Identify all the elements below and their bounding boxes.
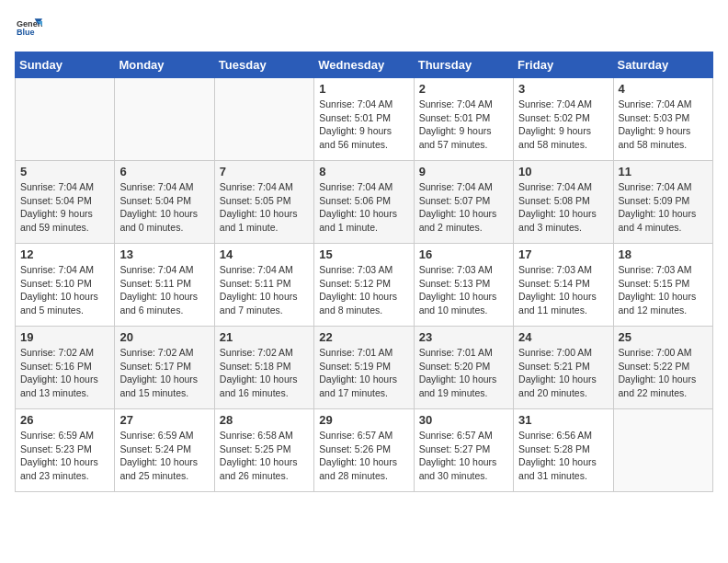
day-number: 26 bbox=[20, 413, 109, 427]
day-info: Sunrise: 7:02 AM Sunset: 5:17 PM Dayligh… bbox=[119, 346, 209, 400]
calendar-cell: 19Sunrise: 7:02 AM Sunset: 5:16 PM Dayli… bbox=[16, 327, 115, 409]
day-number: 17 bbox=[518, 247, 608, 261]
day-info: Sunrise: 7:03 AM Sunset: 5:15 PM Dayligh… bbox=[619, 263, 708, 317]
day-number: 27 bbox=[119, 413, 209, 427]
day-number: 20 bbox=[119, 330, 209, 344]
calendar-cell: 5Sunrise: 7:04 AM Sunset: 5:04 PM Daylig… bbox=[16, 161, 115, 244]
day-number: 1 bbox=[319, 82, 408, 96]
day-number: 11 bbox=[619, 165, 708, 178]
calendar-cell: 9Sunrise: 7:04 AM Sunset: 5:07 PM Daylig… bbox=[414, 161, 513, 244]
day-info: Sunrise: 7:03 AM Sunset: 5:12 PM Dayligh… bbox=[319, 263, 408, 317]
day-info: Sunrise: 7:04 AM Sunset: 5:04 PM Dayligh… bbox=[20, 180, 109, 235]
day-info: Sunrise: 7:04 AM Sunset: 5:01 PM Dayligh… bbox=[419, 98, 508, 152]
calendar-cell: 16Sunrise: 7:03 AM Sunset: 5:13 PM Dayli… bbox=[414, 244, 513, 327]
calendar-cell: 25Sunrise: 7:00 AM Sunset: 5:22 PM Dayli… bbox=[613, 327, 712, 409]
day-info: Sunrise: 7:04 AM Sunset: 5:07 PM Dayligh… bbox=[419, 180, 508, 235]
calendar-cell: 12Sunrise: 7:04 AM Sunset: 5:10 PM Dayli… bbox=[16, 244, 115, 327]
calendar-cell: 2Sunrise: 7:04 AM Sunset: 5:01 PM Daylig… bbox=[414, 78, 513, 161]
logo: General Blue bbox=[15, 15, 42, 44]
day-number: 15 bbox=[319, 247, 408, 261]
calendar-cell bbox=[16, 78, 115, 161]
day-info: Sunrise: 7:00 AM Sunset: 5:21 PM Dayligh… bbox=[518, 346, 608, 400]
day-info: Sunrise: 7:02 AM Sunset: 5:18 PM Dayligh… bbox=[220, 346, 309, 400]
calendar-week-row: 19Sunrise: 7:02 AM Sunset: 5:16 PM Dayli… bbox=[16, 327, 713, 409]
day-info: Sunrise: 7:03 AM Sunset: 5:13 PM Dayligh… bbox=[419, 263, 508, 317]
day-info: Sunrise: 7:04 AM Sunset: 5:11 PM Dayligh… bbox=[119, 263, 209, 317]
day-number: 2 bbox=[419, 82, 508, 96]
day-info: Sunrise: 7:04 AM Sunset: 5:02 PM Dayligh… bbox=[518, 98, 608, 152]
day-number: 28 bbox=[220, 413, 309, 427]
day-info: Sunrise: 7:04 AM Sunset: 5:03 PM Dayligh… bbox=[619, 98, 708, 152]
calendar-cell: 6Sunrise: 7:04 AM Sunset: 5:04 PM Daylig… bbox=[115, 161, 214, 244]
calendar-cell: 20Sunrise: 7:02 AM Sunset: 5:17 PM Dayli… bbox=[115, 327, 214, 409]
weekday-header: Sunday bbox=[16, 52, 115, 78]
day-info: Sunrise: 7:04 AM Sunset: 5:08 PM Dayligh… bbox=[518, 180, 608, 235]
day-number: 3 bbox=[518, 82, 608, 96]
weekday-header: Wednesday bbox=[314, 52, 414, 78]
calendar-week-row: 1Sunrise: 7:04 AM Sunset: 5:01 PM Daylig… bbox=[16, 78, 713, 161]
day-info: Sunrise: 7:04 AM Sunset: 5:06 PM Dayligh… bbox=[319, 180, 408, 235]
day-number: 16 bbox=[419, 247, 508, 261]
day-info: Sunrise: 7:01 AM Sunset: 5:19 PM Dayligh… bbox=[319, 346, 408, 400]
day-number: 31 bbox=[518, 413, 608, 427]
weekday-header: Monday bbox=[115, 52, 214, 78]
day-number: 7 bbox=[220, 165, 309, 178]
calendar-cell: 14Sunrise: 7:04 AM Sunset: 5:11 PM Dayli… bbox=[214, 244, 313, 327]
calendar-cell: 31Sunrise: 6:56 AM Sunset: 5:28 PM Dayli… bbox=[514, 409, 613, 492]
day-number: 9 bbox=[419, 165, 508, 178]
day-number: 13 bbox=[119, 247, 209, 261]
calendar-cell bbox=[214, 78, 313, 161]
day-number: 6 bbox=[119, 165, 209, 178]
calendar-cell: 26Sunrise: 6:59 AM Sunset: 5:23 PM Dayli… bbox=[16, 409, 115, 492]
day-info: Sunrise: 6:56 AM Sunset: 5:28 PM Dayligh… bbox=[518, 429, 608, 483]
day-number: 29 bbox=[319, 413, 408, 427]
day-number: 30 bbox=[419, 413, 508, 427]
day-number: 22 bbox=[319, 330, 408, 344]
calendar-cell: 11Sunrise: 7:04 AM Sunset: 5:09 PM Dayli… bbox=[613, 161, 712, 244]
day-info: Sunrise: 6:59 AM Sunset: 5:24 PM Dayligh… bbox=[119, 429, 209, 483]
day-number: 14 bbox=[220, 247, 309, 261]
calendar-cell: 4Sunrise: 7:04 AM Sunset: 5:03 PM Daylig… bbox=[613, 78, 712, 161]
calendar-cell: 27Sunrise: 6:59 AM Sunset: 5:24 PM Dayli… bbox=[115, 409, 214, 492]
page-header: General Blue bbox=[15, 15, 713, 44]
day-info: Sunrise: 7:04 AM Sunset: 5:09 PM Dayligh… bbox=[619, 180, 708, 235]
day-info: Sunrise: 7:04 AM Sunset: 5:04 PM Dayligh… bbox=[119, 180, 209, 235]
day-number: 19 bbox=[20, 330, 109, 344]
day-info: Sunrise: 6:58 AM Sunset: 5:25 PM Dayligh… bbox=[220, 429, 309, 483]
calendar-cell bbox=[115, 78, 214, 161]
calendar-body: 1Sunrise: 7:04 AM Sunset: 5:01 PM Daylig… bbox=[16, 78, 713, 492]
day-number: 24 bbox=[518, 330, 608, 344]
day-info: Sunrise: 7:04 AM Sunset: 5:10 PM Dayligh… bbox=[20, 263, 109, 317]
calendar-table: SundayMondayTuesdayWednesdayThursdayFrid… bbox=[15, 52, 713, 492]
calendar-week-row: 12Sunrise: 7:04 AM Sunset: 5:10 PM Dayli… bbox=[16, 244, 713, 327]
calendar-week-row: 5Sunrise: 7:04 AM Sunset: 5:04 PM Daylig… bbox=[16, 161, 713, 244]
calendar-cell: 8Sunrise: 7:04 AM Sunset: 5:06 PM Daylig… bbox=[314, 161, 414, 244]
day-info: Sunrise: 6:57 AM Sunset: 5:26 PM Dayligh… bbox=[319, 429, 408, 483]
day-info: Sunrise: 7:00 AM Sunset: 5:22 PM Dayligh… bbox=[619, 346, 708, 400]
calendar-cell: 15Sunrise: 7:03 AM Sunset: 5:12 PM Dayli… bbox=[314, 244, 414, 327]
calendar-cell: 23Sunrise: 7:01 AM Sunset: 5:20 PM Dayli… bbox=[414, 327, 513, 409]
day-number: 23 bbox=[419, 330, 508, 344]
calendar-cell: 10Sunrise: 7:04 AM Sunset: 5:08 PM Dayli… bbox=[514, 161, 613, 244]
day-info: Sunrise: 7:03 AM Sunset: 5:14 PM Dayligh… bbox=[518, 263, 608, 317]
day-number: 25 bbox=[619, 330, 708, 344]
calendar-cell: 7Sunrise: 7:04 AM Sunset: 5:05 PM Daylig… bbox=[214, 161, 313, 244]
logo-icon: General Blue bbox=[17, 15, 42, 40]
calendar-cell: 17Sunrise: 7:03 AM Sunset: 5:14 PM Dayli… bbox=[514, 244, 613, 327]
day-info: Sunrise: 7:04 AM Sunset: 5:11 PM Dayligh… bbox=[220, 263, 309, 317]
day-number: 8 bbox=[319, 165, 408, 178]
day-info: Sunrise: 7:02 AM Sunset: 5:16 PM Dayligh… bbox=[20, 346, 109, 400]
calendar-header: SundayMondayTuesdayWednesdayThursdayFrid… bbox=[16, 52, 713, 78]
svg-text:Blue: Blue bbox=[17, 28, 35, 37]
calendar-cell: 24Sunrise: 7:00 AM Sunset: 5:21 PM Dayli… bbox=[514, 327, 613, 409]
weekday-header: Tuesday bbox=[214, 52, 313, 78]
day-info: Sunrise: 7:04 AM Sunset: 5:01 PM Dayligh… bbox=[319, 98, 408, 152]
day-number: 10 bbox=[518, 165, 608, 178]
calendar-cell: 29Sunrise: 6:57 AM Sunset: 5:26 PM Dayli… bbox=[314, 409, 414, 492]
calendar-cell: 3Sunrise: 7:04 AM Sunset: 5:02 PM Daylig… bbox=[514, 78, 613, 161]
day-info: Sunrise: 6:57 AM Sunset: 5:27 PM Dayligh… bbox=[419, 429, 508, 483]
calendar-cell: 18Sunrise: 7:03 AM Sunset: 5:15 PM Dayli… bbox=[613, 244, 712, 327]
day-number: 12 bbox=[20, 247, 109, 261]
calendar-cell bbox=[613, 409, 712, 492]
calendar-cell: 30Sunrise: 6:57 AM Sunset: 5:27 PM Dayli… bbox=[414, 409, 513, 492]
